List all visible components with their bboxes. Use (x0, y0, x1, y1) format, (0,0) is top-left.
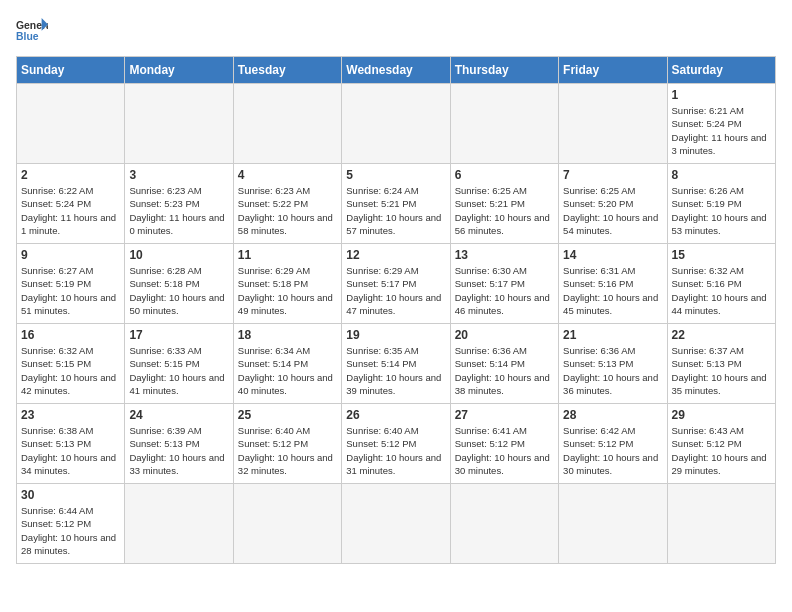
calendar-cell (450, 84, 558, 164)
calendar-cell (559, 84, 667, 164)
calendar-cell (233, 484, 341, 564)
day-number: 28 (563, 408, 662, 422)
calendar-cell: 29Sunrise: 6:43 AM Sunset: 5:12 PM Dayli… (667, 404, 775, 484)
calendar-cell: 4Sunrise: 6:23 AM Sunset: 5:22 PM Daylig… (233, 164, 341, 244)
day-number: 20 (455, 328, 554, 342)
day-number: 5 (346, 168, 445, 182)
day-number: 19 (346, 328, 445, 342)
calendar-cell (667, 484, 775, 564)
day-number: 18 (238, 328, 337, 342)
calendar-cell (125, 84, 233, 164)
calendar-cell: 14Sunrise: 6:31 AM Sunset: 5:16 PM Dayli… (559, 244, 667, 324)
calendar-cell: 1Sunrise: 6:21 AM Sunset: 5:24 PM Daylig… (667, 84, 775, 164)
calendar-cell (233, 84, 341, 164)
calendar-cell: 19Sunrise: 6:35 AM Sunset: 5:14 PM Dayli… (342, 324, 450, 404)
day-info: Sunrise: 6:38 AM Sunset: 5:13 PM Dayligh… (21, 424, 120, 477)
day-number: 13 (455, 248, 554, 262)
calendar-table: SundayMondayTuesdayWednesdayThursdayFrid… (16, 56, 776, 564)
day-number: 8 (672, 168, 771, 182)
calendar-cell: 17Sunrise: 6:33 AM Sunset: 5:15 PM Dayli… (125, 324, 233, 404)
calendar-cell: 24Sunrise: 6:39 AM Sunset: 5:13 PM Dayli… (125, 404, 233, 484)
calendar-cell: 27Sunrise: 6:41 AM Sunset: 5:12 PM Dayli… (450, 404, 558, 484)
day-number: 7 (563, 168, 662, 182)
day-info: Sunrise: 6:32 AM Sunset: 5:15 PM Dayligh… (21, 344, 120, 397)
day-number: 6 (455, 168, 554, 182)
day-number: 21 (563, 328, 662, 342)
day-info: Sunrise: 6:23 AM Sunset: 5:22 PM Dayligh… (238, 184, 337, 237)
day-info: Sunrise: 6:40 AM Sunset: 5:12 PM Dayligh… (346, 424, 445, 477)
calendar-cell (342, 84, 450, 164)
day-info: Sunrise: 6:44 AM Sunset: 5:12 PM Dayligh… (21, 504, 120, 557)
day-number: 23 (21, 408, 120, 422)
calendar-cell: 25Sunrise: 6:40 AM Sunset: 5:12 PM Dayli… (233, 404, 341, 484)
col-header-thursday: Thursday (450, 57, 558, 84)
day-info: Sunrise: 6:28 AM Sunset: 5:18 PM Dayligh… (129, 264, 228, 317)
day-info: Sunrise: 6:26 AM Sunset: 5:19 PM Dayligh… (672, 184, 771, 237)
day-info: Sunrise: 6:40 AM Sunset: 5:12 PM Dayligh… (238, 424, 337, 477)
day-info: Sunrise: 6:42 AM Sunset: 5:12 PM Dayligh… (563, 424, 662, 477)
calendar-cell: 15Sunrise: 6:32 AM Sunset: 5:16 PM Dayli… (667, 244, 775, 324)
page-header: General Blue (16, 16, 776, 44)
day-info: Sunrise: 6:24 AM Sunset: 5:21 PM Dayligh… (346, 184, 445, 237)
day-number: 11 (238, 248, 337, 262)
day-info: Sunrise: 6:36 AM Sunset: 5:14 PM Dayligh… (455, 344, 554, 397)
calendar-cell: 16Sunrise: 6:32 AM Sunset: 5:15 PM Dayli… (17, 324, 125, 404)
day-info: Sunrise: 6:21 AM Sunset: 5:24 PM Dayligh… (672, 104, 771, 157)
day-info: Sunrise: 6:34 AM Sunset: 5:14 PM Dayligh… (238, 344, 337, 397)
day-info: Sunrise: 6:25 AM Sunset: 5:20 PM Dayligh… (563, 184, 662, 237)
day-number: 10 (129, 248, 228, 262)
col-header-friday: Friday (559, 57, 667, 84)
day-number: 4 (238, 168, 337, 182)
logo: General Blue (16, 16, 48, 44)
day-number: 29 (672, 408, 771, 422)
day-number: 30 (21, 488, 120, 502)
day-info: Sunrise: 6:33 AM Sunset: 5:15 PM Dayligh… (129, 344, 228, 397)
day-info: Sunrise: 6:36 AM Sunset: 5:13 PM Dayligh… (563, 344, 662, 397)
calendar-cell: 13Sunrise: 6:30 AM Sunset: 5:17 PM Dayli… (450, 244, 558, 324)
day-number: 25 (238, 408, 337, 422)
day-info: Sunrise: 6:30 AM Sunset: 5:17 PM Dayligh… (455, 264, 554, 317)
calendar-cell: 11Sunrise: 6:29 AM Sunset: 5:18 PM Dayli… (233, 244, 341, 324)
svg-text:Blue: Blue (16, 31, 39, 42)
calendar-cell: 23Sunrise: 6:38 AM Sunset: 5:13 PM Dayli… (17, 404, 125, 484)
day-info: Sunrise: 6:25 AM Sunset: 5:21 PM Dayligh… (455, 184, 554, 237)
calendar-cell: 30Sunrise: 6:44 AM Sunset: 5:12 PM Dayli… (17, 484, 125, 564)
day-number: 1 (672, 88, 771, 102)
day-number: 17 (129, 328, 228, 342)
day-info: Sunrise: 6:37 AM Sunset: 5:13 PM Dayligh… (672, 344, 771, 397)
day-number: 14 (563, 248, 662, 262)
day-number: 12 (346, 248, 445, 262)
calendar-cell: 12Sunrise: 6:29 AM Sunset: 5:17 PM Dayli… (342, 244, 450, 324)
day-number: 16 (21, 328, 120, 342)
calendar-cell (17, 84, 125, 164)
day-info: Sunrise: 6:22 AM Sunset: 5:24 PM Dayligh… (21, 184, 120, 237)
calendar-cell (450, 484, 558, 564)
calendar-cell: 6Sunrise: 6:25 AM Sunset: 5:21 PM Daylig… (450, 164, 558, 244)
calendar-cell (559, 484, 667, 564)
day-info: Sunrise: 6:32 AM Sunset: 5:16 PM Dayligh… (672, 264, 771, 317)
day-number: 3 (129, 168, 228, 182)
col-header-wednesday: Wednesday (342, 57, 450, 84)
calendar-cell: 2Sunrise: 6:22 AM Sunset: 5:24 PM Daylig… (17, 164, 125, 244)
day-info: Sunrise: 6:29 AM Sunset: 5:18 PM Dayligh… (238, 264, 337, 317)
calendar-cell: 26Sunrise: 6:40 AM Sunset: 5:12 PM Dayli… (342, 404, 450, 484)
day-info: Sunrise: 6:27 AM Sunset: 5:19 PM Dayligh… (21, 264, 120, 317)
day-number: 15 (672, 248, 771, 262)
day-number: 22 (672, 328, 771, 342)
calendar-cell: 9Sunrise: 6:27 AM Sunset: 5:19 PM Daylig… (17, 244, 125, 324)
calendar-cell: 10Sunrise: 6:28 AM Sunset: 5:18 PM Dayli… (125, 244, 233, 324)
day-info: Sunrise: 6:29 AM Sunset: 5:17 PM Dayligh… (346, 264, 445, 317)
day-info: Sunrise: 6:31 AM Sunset: 5:16 PM Dayligh… (563, 264, 662, 317)
day-number: 9 (21, 248, 120, 262)
day-info: Sunrise: 6:23 AM Sunset: 5:23 PM Dayligh… (129, 184, 228, 237)
calendar-cell (342, 484, 450, 564)
calendar-cell: 3Sunrise: 6:23 AM Sunset: 5:23 PM Daylig… (125, 164, 233, 244)
calendar-cell: 28Sunrise: 6:42 AM Sunset: 5:12 PM Dayli… (559, 404, 667, 484)
calendar-cell: 8Sunrise: 6:26 AM Sunset: 5:19 PM Daylig… (667, 164, 775, 244)
col-header-tuesday: Tuesday (233, 57, 341, 84)
calendar-cell (125, 484, 233, 564)
logo-icon: General Blue (16, 16, 48, 44)
day-number: 26 (346, 408, 445, 422)
calendar-cell: 18Sunrise: 6:34 AM Sunset: 5:14 PM Dayli… (233, 324, 341, 404)
day-info: Sunrise: 6:41 AM Sunset: 5:12 PM Dayligh… (455, 424, 554, 477)
